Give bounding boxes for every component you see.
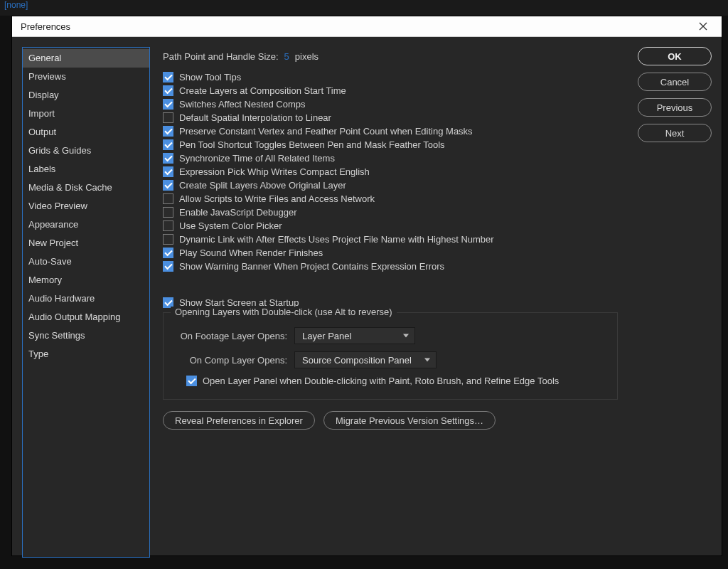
check-label-6: Synchronize Time of All Related Items (179, 153, 335, 164)
footage-layer-label: On Footage Layer Opens: (173, 331, 287, 341)
checkbox-12[interactable] (163, 234, 173, 245)
cancel-button[interactable]: Cancel (638, 73, 712, 91)
check-label-11: Use System Color Picker (179, 220, 282, 231)
sidebar-item-type[interactable]: Type (23, 345, 149, 363)
check-label-13: Play Sound When Render Finishes (179, 248, 323, 258)
checkbox-7[interactable] (163, 166, 173, 177)
check-label-2: Switches Affect Nested Comps (179, 99, 306, 110)
check-label-5: Pen Tool Shortcut Toggles Between Pen an… (179, 139, 445, 150)
comp-layer-value: Source Composition Panel (302, 355, 412, 366)
check-label-4: Preserve Constant Vertex and Feather Poi… (179, 126, 473, 137)
sidebar-item-previews[interactable]: Previews (23, 68, 149, 86)
checkbox-5[interactable] (163, 139, 173, 150)
check-row-8: Create Split Layers Above Original Layer (163, 180, 712, 191)
none-tag: [none] (4, 0, 28, 10)
check-row-13: Play Sound When Render Finishes (163, 248, 712, 258)
footage-layer-row: On Footage Layer Opens: Layer Panel (173, 327, 607, 344)
sidebar-item-video-preview[interactable]: Video Preview (23, 197, 149, 216)
checkbox-9[interactable] (163, 193, 173, 204)
sidebar-item-audio-hardware[interactable]: Audio Hardware (23, 289, 149, 308)
check-label-9: Allow Scripts to Write Files and Access … (179, 193, 375, 204)
double-click-legend: Opening Layers with Double-click (use Al… (171, 307, 397, 317)
comp-layer-select[interactable]: Source Composition Panel (294, 351, 437, 368)
checkbox-14[interactable] (163, 261, 173, 272)
chevron-down-icon (424, 358, 430, 362)
check-row-4: Preserve Constant Vertex and Feather Poi… (163, 126, 712, 137)
sidebar-item-memory[interactable]: Memory (23, 271, 149, 289)
checkbox-4[interactable] (163, 126, 173, 137)
comp-layer-label: On Comp Layer Opens: (173, 355, 287, 366)
ok-button[interactable]: OK (638, 47, 712, 65)
check-label-3: Default Spatial Interpolation to Linear (179, 112, 331, 123)
open-layer-panel-label: Open Layer Panel when Double-clicking wi… (203, 376, 559, 386)
sidebar-item-grids-guides[interactable]: Grids & Guides (23, 142, 149, 160)
path-point-label: Path Point and Handle Size: (163, 51, 279, 62)
checkbox-3[interactable] (163, 112, 173, 123)
check-label-12: Dynamic Link with After Effects Uses Pro… (179, 234, 494, 245)
close-icon (699, 22, 707, 31)
sidebar-item-labels[interactable]: Labels (23, 160, 149, 179)
close-button[interactable] (693, 16, 713, 36)
checkbox-13[interactable] (163, 248, 173, 258)
check-row-10: Enable JavaScript Debugger (163, 207, 712, 218)
checkbox-list: Show Tool TipsCreate Layers at Compositi… (163, 72, 712, 272)
sidebar-item-new-project[interactable]: New Project (23, 234, 149, 252)
sidebar-item-sync-settings[interactable]: Sync Settings (23, 326, 149, 345)
check-label-7: Expression Pick Whip Writes Compact Engl… (179, 166, 370, 177)
check-row-12: Dynamic Link with After Effects Uses Pro… (163, 234, 712, 245)
check-row-3: Default Spatial Interpolation to Linear (163, 112, 712, 123)
bottom-buttons-row: Reveal Preferences in Explorer Migrate P… (163, 411, 712, 430)
double-click-fieldset: Opening Layers with Double-click (use Al… (163, 312, 618, 400)
check-row-6: Synchronize Time of All Related Items (163, 153, 712, 164)
reveal-prefs-button[interactable]: Reveal Preferences in Explorer (163, 411, 315, 430)
checkbox-0[interactable] (163, 72, 173, 83)
sidebar-item-import[interactable]: Import (23, 105, 149, 123)
sidebar-item-media-disk-cache[interactable]: Media & Disk Cache (23, 179, 149, 197)
category-sidebar: GeneralPreviewsDisplayImportOutputGrids … (22, 47, 150, 558)
check-label-14: Show Warning Banner When Project Contain… (179, 261, 444, 272)
footage-layer-select[interactable]: Layer Panel (294, 327, 415, 344)
path-point-value[interactable]: 5 (284, 51, 289, 62)
check-label-1: Create Layers at Composition Start Time (179, 85, 346, 96)
checkbox-1[interactable] (163, 85, 173, 96)
next-button[interactable]: Next (638, 124, 712, 142)
check-label-0: Show Tool Tips (179, 72, 241, 83)
check-row-2: Switches Affect Nested Comps (163, 99, 712, 110)
preferences-dialog: Preferences GeneralPreviewsDisplayImport… (11, 16, 722, 556)
chevron-down-icon (403, 334, 409, 338)
checkbox-2[interactable] (163, 99, 173, 110)
check-row-11: Use System Color Picker (163, 220, 712, 231)
checkbox-8[interactable] (163, 180, 173, 191)
sidebar-item-display[interactable]: Display (23, 86, 149, 105)
titlebar: Preferences (12, 16, 722, 37)
dialog-body: GeneralPreviewsDisplayImportOutputGrids … (12, 37, 722, 568)
general-content: Path Point and Handle Size: 5 pixels Sho… (163, 51, 712, 430)
sidebar-item-appearance[interactable]: Appearance (23, 216, 149, 234)
sidebar-item-output[interactable]: Output (23, 123, 149, 142)
sidebar-item-general[interactable]: General (23, 49, 149, 68)
previous-button[interactable]: Previous (638, 98, 712, 117)
check-label-10: Enable JavaScript Debugger (179, 207, 297, 218)
background-app-frame: [none] (0, 0, 728, 16)
comp-layer-row: On Comp Layer Opens: Source Composition … (173, 351, 607, 368)
checkbox-6[interactable] (163, 153, 173, 164)
dialog-title: Preferences (21, 21, 70, 32)
path-point-unit: pixels (295, 51, 318, 62)
open-layer-panel-row: Open Layer Panel when Double-clicking wi… (186, 376, 607, 386)
check-row-14: Show Warning Banner When Project Contain… (163, 261, 712, 272)
action-buttons-column: OK Cancel Previous Next (638, 47, 712, 142)
path-point-row: Path Point and Handle Size: 5 pixels (163, 51, 712, 62)
checkbox-11[interactable] (163, 220, 173, 231)
check-row-1: Create Layers at Composition Start Time (163, 85, 712, 96)
check-row-5: Pen Tool Shortcut Toggles Between Pen an… (163, 139, 712, 150)
check-label-8: Create Split Layers Above Original Layer (179, 180, 346, 191)
check-row-7: Expression Pick Whip Writes Compact Engl… (163, 166, 712, 177)
sidebar-item-auto-save[interactable]: Auto-Save (23, 252, 149, 271)
checkbox-10[interactable] (163, 207, 173, 218)
open-layer-panel-checkbox[interactable] (186, 376, 197, 386)
migrate-settings-button[interactable]: Migrate Previous Version Settings… (323, 411, 496, 430)
check-row-0: Show Tool Tips (163, 72, 712, 83)
check-row-9: Allow Scripts to Write Files and Access … (163, 193, 712, 204)
sidebar-item-audio-output-mapping[interactable]: Audio Output Mapping (23, 308, 149, 326)
footage-layer-value: Layer Panel (302, 331, 351, 341)
